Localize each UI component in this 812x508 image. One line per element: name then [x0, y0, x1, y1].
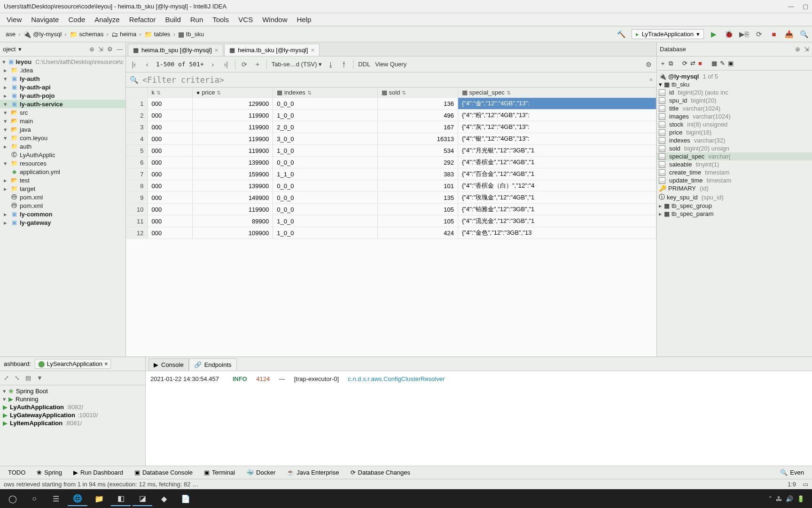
cell-indexes[interactable]: 0_0_0 — [273, 180, 378, 192]
filter-icon[interactable]: ▼ — [37, 374, 43, 381]
db-column-sold[interactable]: soldbigint(20) unsign — [657, 144, 812, 152]
menu-tools[interactable]: Tools — [209, 15, 233, 24]
db-column-special_spec[interactable]: special_specvarchar( — [657, 152, 812, 160]
vscode-icon[interactable]: ◧ — [111, 491, 131, 506]
cell-indexes[interactable]: 1_0_0 — [273, 215, 378, 227]
collapse-icon[interactable]: ⇲ — [98, 46, 103, 53]
cell-k[interactable]: 000 — [148, 133, 192, 145]
export-button[interactable]: ⭳ — [327, 61, 335, 68]
refresh-icon[interactable]: ⟳ — [682, 60, 687, 67]
expand-arrow-icon[interactable]: ▾ — [2, 160, 8, 167]
menu-build[interactable]: Build — [161, 15, 184, 24]
first-page-button[interactable]: |‹ — [130, 61, 138, 68]
db-column-saleable[interactable]: saleabletinyint(1) — [657, 160, 812, 168]
tab-tbsku[interactable]: ▦ heima.tb_sku [@ly-mysql] × — [224, 44, 320, 56]
tool-spring[interactable]: ❀ Spring — [31, 468, 67, 477]
expand-arrow-icon[interactable]: ▸ — [2, 177, 8, 184]
cell-k[interactable]: 000 — [148, 227, 192, 239]
database-tree[interactable]: 🔌 @ly-mysql 1 of 5 ▾ ▦ tb_sku idbigint(2… — [657, 71, 812, 357]
table-row[interactable]: 50001199001_0_0534{"4":"月光银","12":"3GB",… — [126, 145, 656, 157]
project-node-java[interactable]: ▾📂java — [0, 125, 125, 134]
cell-sold[interactable]: 105 — [377, 204, 458, 215]
cell-sold[interactable]: 136 — [377, 98, 458, 110]
menu-help[interactable]: Help — [293, 15, 315, 24]
project-node-target[interactable]: ▸📁target — [0, 184, 125, 193]
spring-boot-node[interactable]: ▾❀Spring Boot — [0, 387, 145, 395]
expand-arrow-icon[interactable]: ▾ — [2, 101, 8, 108]
crumb-datasource[interactable]: 🔌 @ly-mysql — [20, 30, 64, 39]
table-row[interactable]: 40001199003_0_016313{"4":"银","12":"4GB",… — [126, 133, 656, 145]
cell-indexes[interactable]: 1_0_0 — [273, 227, 378, 239]
console-icon[interactable]: ▣ — [728, 60, 734, 67]
expand-arrow-icon[interactable]: ▸ — [2, 84, 8, 91]
cell-k[interactable]: 000 — [148, 192, 192, 204]
run-button[interactable]: ▶ — [709, 29, 719, 40]
locate-icon[interactable]: ⊕ — [89, 46, 94, 53]
col-k[interactable]: k⇅ — [148, 87, 192, 98]
expand-arrow-icon[interactable]: ▸ — [659, 210, 662, 217]
explorer-icon[interactable]: 📁 — [89, 491, 109, 506]
menu-run[interactable]: Run — [187, 15, 207, 24]
run-tree[interactable]: ▾❀Spring Boot ▾▶Running ▶LyAuthApplicati… — [0, 385, 145, 466]
collapse-all-icon[interactable]: ⤡ — [15, 374, 20, 381]
cell-indexes[interactable]: 0_0_0 — [273, 98, 378, 110]
new-icon[interactable]: ＋ — [660, 59, 666, 68]
next-page-button[interactable]: › — [209, 61, 217, 68]
cell-k[interactable]: 000 — [148, 110, 192, 121]
project-node-resources[interactable]: ▾📁resources — [0, 159, 125, 167]
project-node-pom-xml[interactable]: ⓜpom.xml — [0, 193, 125, 201]
table-row[interactable]: 10001299000_0_0136{"4":"金","12":"4GB","1… — [126, 98, 656, 110]
notepad-icon[interactable]: 📄 — [176, 491, 195, 506]
menu-vcs[interactable]: VCS — [234, 15, 257, 24]
run-config-selector[interactable]: ▸ LyTradeApplication ▾ — [632, 29, 704, 39]
db-column-spu_id[interactable]: spu_idbigint(20) — [657, 96, 812, 104]
menu-code[interactable]: Code — [64, 15, 89, 24]
db-column-update_time[interactable]: update_timetimestam — [657, 176, 812, 184]
cell-sold[interactable]: 383 — [377, 168, 458, 180]
cell-price[interactable]: 139900 — [192, 180, 273, 192]
cell-k[interactable]: 000 — [148, 204, 192, 215]
db-column-price[interactable]: pricebigint(16) — [657, 128, 812, 136]
cell-special-spec[interactable]: {"4":"金","12":"4GB","13": — [458, 98, 656, 110]
edit-icon[interactable]: ✎ — [720, 60, 725, 67]
app-lygateway[interactable]: ▶LyGatewayApplication:10010/ — [0, 411, 145, 419]
crumb-schemas[interactable]: 📁 schemas — [67, 30, 107, 39]
running-node[interactable]: ▾▶Running — [0, 395, 145, 403]
cell-price[interactable]: 119900 — [192, 121, 273, 133]
ddl-button[interactable]: DDL — [358, 61, 370, 68]
hide-icon[interactable]: — — [117, 46, 123, 53]
col-indexes[interactable]: ▦ indexes⇅ — [273, 87, 378, 98]
expand-arrow-icon[interactable]: ▾ — [2, 126, 8, 133]
project-node-ly-gateway[interactable]: ▸▣ly-gateway — [0, 218, 125, 227]
project-node-ly-auth-pojo[interactable]: ▸▣ly-auth-pojo — [0, 91, 125, 100]
gear-icon[interactable]: ⚙ — [107, 46, 113, 53]
project-node-ly-common[interactable]: ▸▣ly-common — [0, 210, 125, 218]
cell-sold[interactable]: 167 — [377, 121, 458, 133]
tool-terminal[interactable]: ▣ Terminal — [199, 468, 240, 477]
group-icon[interactable]: ▤ — [25, 374, 31, 381]
vcs-update-icon[interactable]: 📥 — [784, 29, 794, 40]
cell-price[interactable]: 129900 — [192, 98, 273, 110]
table-node[interactable]: ▾ ▦ tb_sku — [657, 80, 812, 88]
cell-k[interactable]: 000 — [148, 98, 192, 110]
cell-special-spec[interactable]: {"4":"香槟金（白）","12":"4 — [458, 180, 656, 192]
cell-price[interactable]: 119900 — [192, 145, 273, 157]
view-query-button[interactable]: View Query — [375, 61, 406, 68]
stop-button[interactable]: ■ — [769, 29, 779, 40]
cell-price[interactable]: 119900 — [192, 110, 273, 121]
cell-special-spec[interactable]: {"4":"香槟金","12":"4GB","1 — [458, 157, 656, 168]
crumb-tbsku[interactable]: ▦ tb_sku — [175, 30, 207, 39]
dashboard-tab[interactable]: ⬤ LySearchApplication × — [35, 359, 111, 369]
project-node-ly-auth-service[interactable]: ▾▣ly-auth-service — [0, 100, 125, 108]
expand-arrow-icon[interactable]: ▸ — [2, 185, 8, 192]
crumb-ase[interactable]: ase — [3, 30, 18, 39]
expand-arrow-icon[interactable]: ▾ — [659, 81, 662, 88]
cell-k[interactable]: 000 — [148, 168, 192, 180]
prev-page-button[interactable]: ‹ — [143, 61, 151, 68]
cell-indexes[interactable]: 3_0_0 — [273, 133, 378, 145]
cell-special-spec[interactable]: {"4":"百合金","12":"4GB","1 — [458, 168, 656, 180]
project-node--idea[interactable]: ▸📁.idea — [0, 66, 125, 74]
cell-price[interactable]: 89900 — [192, 215, 273, 227]
cell-price[interactable]: 119900 — [192, 133, 273, 145]
expand-arrow-icon[interactable]: ▸ — [2, 211, 8, 218]
